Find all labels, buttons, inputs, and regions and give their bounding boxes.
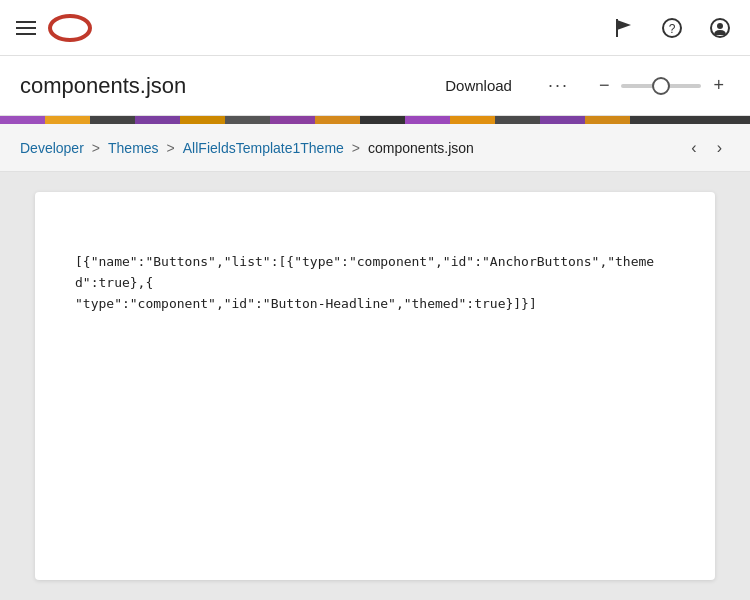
document-panel: [{"name":"Buttons","list":[{"type":"comp… <box>35 192 715 580</box>
top-nav: ? <box>0 0 750 56</box>
nav-right: ? <box>610 14 734 42</box>
breadcrumb-themes[interactable]: Themes <box>108 140 159 156</box>
breadcrumb-prev-button[interactable]: ‹ <box>683 135 704 161</box>
flag-icon[interactable] <box>610 14 638 42</box>
hamburger-icon[interactable] <box>16 21 36 35</box>
more-options-button[interactable]: ··· <box>540 69 577 102</box>
breadcrumb-sep-2: > <box>167 140 175 156</box>
zoom-controls: − + <box>593 73 730 98</box>
zoom-slider[interactable] <box>621 84 701 88</box>
breadcrumb-sep-1: > <box>92 140 100 156</box>
breadcrumb-developer[interactable]: Developer <box>20 140 84 156</box>
user-icon[interactable] <box>706 14 734 42</box>
file-header: components.json Download ··· − + <box>0 56 750 116</box>
zoom-in-button[interactable]: + <box>707 73 730 98</box>
svg-point-0 <box>50 16 90 40</box>
svg-marker-2 <box>617 20 631 30</box>
breadcrumb-bar: Developer > Themes > AllFieldsTemplate1T… <box>0 124 750 172</box>
breadcrumb-current: components.json <box>368 140 474 156</box>
zoom-out-button[interactable]: − <box>593 73 616 98</box>
breadcrumb-next-button[interactable]: › <box>709 135 730 161</box>
color-stripe <box>0 116 750 124</box>
help-icon[interactable]: ? <box>658 14 686 42</box>
download-button[interactable]: Download <box>433 71 524 100</box>
json-content: [{"name":"Buttons","list":[{"type":"comp… <box>75 252 675 314</box>
svg-text:?: ? <box>669 21 676 35</box>
zoom-thumb[interactable] <box>652 77 670 95</box>
svg-point-6 <box>717 23 723 29</box>
oracle-logo[interactable] <box>48 14 92 42</box>
breadcrumb-sep-3: > <box>352 140 360 156</box>
breadcrumb-folder[interactable]: AllFieldsTemplate1Theme <box>183 140 344 156</box>
nav-left <box>16 14 92 42</box>
breadcrumb-navigation: ‹ › <box>683 135 730 161</box>
main-content: [{"name":"Buttons","list":[{"type":"comp… <box>0 172 750 600</box>
file-title: components.json <box>20 73 417 99</box>
